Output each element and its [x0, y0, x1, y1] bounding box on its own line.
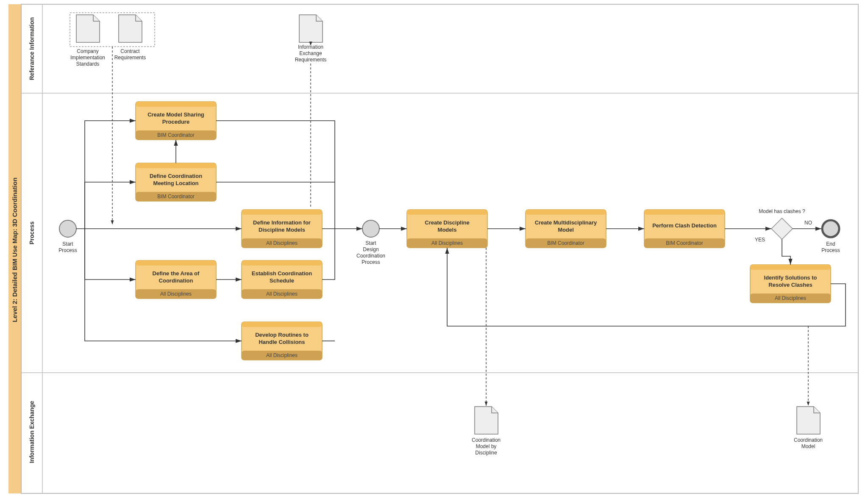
svg-text:Define the Area of: Define the Area of: [153, 270, 200, 277]
lane-label-ref: Referance Information: [28, 17, 35, 80]
task-create-multi-model: Create Multidisciplinary Model BIM Coord…: [526, 210, 606, 248]
svg-text:All Disciplines: All Disciplines: [431, 240, 463, 246]
task-create-discipline-models: Create Discipline Models All Disciplines: [407, 210, 487, 248]
svg-rect-13: [136, 102, 216, 107]
svg-text:YES: YES: [755, 237, 765, 243]
task-identify-solutions: Identify Solutions to Resolve Clashes Al…: [750, 265, 831, 303]
svg-text:Model by: Model by: [476, 443, 497, 449]
svg-text:Develop Routines to: Develop Routines to: [255, 332, 309, 338]
svg-text:Perform Clash Detection: Perform Clash Detection: [652, 222, 717, 229]
svg-rect-53: [407, 210, 487, 215]
svg-rect-65: [644, 210, 725, 215]
svg-text:All Disciplines: All Disciplines: [266, 352, 298, 358]
svg-text:Handle Collisions: Handle Collisions: [259, 339, 305, 345]
svg-text:Create Model Sharing: Create Model Sharing: [147, 111, 204, 118]
svg-text:Contract: Contract: [120, 48, 140, 54]
svg-text:Requirements: Requirements: [295, 57, 327, 63]
task-establish-schedule: Establish Coordination Schedule All Disc…: [242, 260, 322, 299]
gateway-clashes: Model has clashes ? YES NO: [755, 208, 812, 243]
svg-text:Establish Coordination: Establish Coordination: [252, 270, 312, 277]
task-define-meeting-location: Define Coordination Meeting Location BIM…: [136, 163, 216, 201]
lane-label-exchange: Information Exchange: [28, 401, 35, 463]
svg-rect-75: [750, 265, 831, 270]
start-event: [59, 220, 76, 237]
svg-text:All Disciplines: All Disciplines: [775, 295, 806, 301]
svg-text:Model has clashes ?: Model has clashes ?: [759, 208, 805, 214]
svg-text:Requirements: Requirements: [114, 55, 146, 61]
svg-text:Define Information for: Define Information for: [253, 219, 311, 226]
svg-text:Define Coordination: Define Coordination: [150, 173, 202, 179]
svg-text:Procedure: Procedure: [162, 119, 189, 125]
end-event: [822, 220, 839, 237]
intermediate-event: [362, 220, 379, 237]
svg-text:Schedule: Schedule: [270, 277, 294, 284]
svg-rect-59: [526, 210, 606, 215]
doc-coord-model: Coordination Model: [794, 407, 823, 449]
svg-rect-31: [136, 260, 216, 266]
svg-text:Coordination: Coordination: [356, 253, 385, 259]
svg-text:Coordination: Coordination: [472, 437, 501, 443]
lane-label-process: Process: [28, 222, 35, 245]
svg-text:Coordination: Coordination: [159, 277, 193, 284]
svg-text:Resolve Clashes: Resolve Clashes: [768, 282, 812, 288]
task-create-model-sharing: Create Model Sharing Procedure BIM Coord…: [136, 102, 216, 140]
pool-title: Level 2: Detailed BIM Use Map: 3D Coordi…: [11, 177, 18, 322]
svg-text:Process: Process: [821, 247, 840, 253]
task-define-info-discipline: Define Information for Discipline Models…: [242, 210, 322, 248]
doc-company-standards: Company Implementation Standards: [70, 15, 105, 67]
task-develop-routines: Develop Routines to Handle Collisions Al…: [242, 322, 322, 360]
svg-text:Models: Models: [438, 227, 457, 233]
start-event-label: Start: [62, 241, 73, 247]
svg-rect-19: [136, 163, 216, 168]
svg-rect-25: [242, 210, 322, 215]
svg-text:Standards: Standards: [76, 61, 100, 67]
bpmn-diagram: Level 2: Detailed BIM Use Map: 3D Coordi…: [0, 0, 868, 504]
task-perform-clash-detection: Perform Clash Detection BIM Coordinator: [644, 210, 725, 248]
svg-text:Information: Information: [298, 44, 323, 50]
svg-text:Process: Process: [58, 247, 77, 253]
svg-text:BIM Coordinator: BIM Coordinator: [157, 194, 194, 199]
svg-text:Start: Start: [365, 240, 376, 246]
svg-text:BIM Coordinator: BIM Coordinator: [666, 240, 703, 246]
svg-text:Company: Company: [77, 48, 98, 54]
svg-rect-37: [242, 260, 322, 266]
svg-text:Process: Process: [362, 259, 380, 265]
task-define-area: Define the Area of Coordination All Disc…: [136, 260, 216, 299]
svg-text:All Disciplines: All Disciplines: [160, 291, 192, 297]
svg-text:Identify Solutions to: Identify Solutions to: [764, 274, 817, 281]
svg-text:End: End: [826, 241, 835, 247]
svg-text:Create Multidisciplinary: Create Multidisciplinary: [535, 219, 597, 226]
svg-text:Model: Model: [801, 443, 815, 449]
svg-text:Model: Model: [558, 227, 574, 233]
svg-text:Design: Design: [363, 246, 378, 252]
svg-rect-43: [242, 322, 322, 327]
svg-text:Implementation: Implementation: [70, 55, 105, 61]
svg-text:NO: NO: [804, 220, 812, 226]
svg-text:Discipline Models: Discipline Models: [259, 227, 305, 233]
svg-text:All Disciplines: All Disciplines: [266, 240, 298, 246]
svg-text:Create Discipline: Create Discipline: [425, 219, 470, 226]
doc-contract-requirements: Contract Requirements: [114, 15, 146, 61]
svg-text:All Disciplines: All Disciplines: [266, 291, 298, 297]
pool-outline: [21, 4, 858, 493]
svg-text:Exchange: Exchange: [299, 50, 322, 56]
svg-text:Coordination: Coordination: [794, 437, 823, 443]
doc-coord-model-by-discipline: Coordination Model by Discipline: [472, 407, 501, 456]
doc-info-exchange-req: Information Exchange Requirements: [295, 15, 327, 63]
svg-text:Meeting Location: Meeting Location: [153, 180, 199, 186]
svg-text:BIM Coordinator: BIM Coordinator: [157, 132, 194, 138]
svg-text:BIM Coordinator: BIM Coordinator: [547, 240, 584, 246]
svg-text:Discipline: Discipline: [475, 450, 497, 456]
